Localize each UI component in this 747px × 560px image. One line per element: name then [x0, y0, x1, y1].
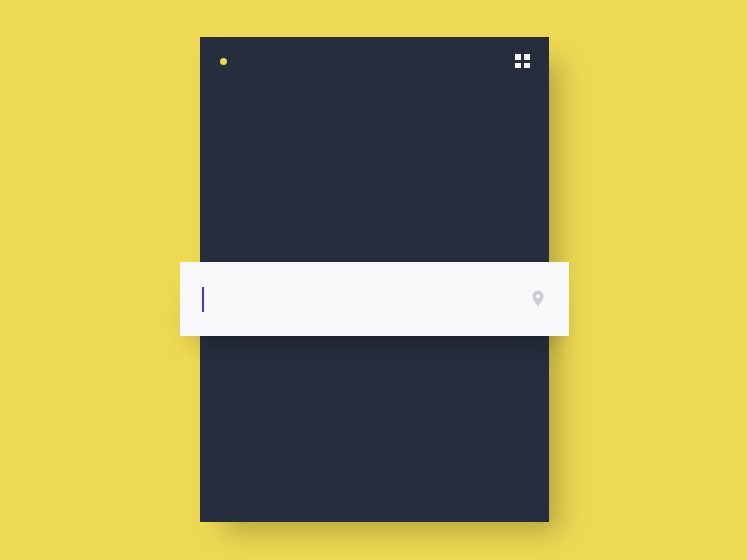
text-cursor-icon: [202, 287, 204, 312]
new-event-bar: [180, 262, 569, 336]
status-dot-icon: [220, 58, 227, 65]
location-pin-icon[interactable]: [528, 289, 548, 310]
new-event-input[interactable]: [208, 287, 528, 312]
apps-grid-icon[interactable]: [515, 54, 530, 69]
calendar-card: [200, 37, 549, 522]
